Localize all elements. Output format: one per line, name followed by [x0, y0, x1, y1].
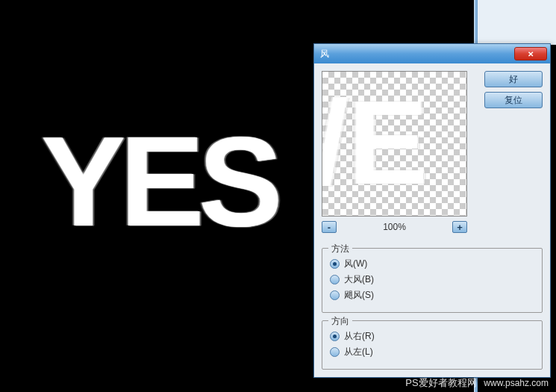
- watermark-text: PS爱好者教程网: [405, 377, 476, 388]
- direction-legend: 方向: [328, 315, 352, 328]
- radio-label: 大风(B): [344, 273, 374, 286]
- close-button[interactable]: ✕: [514, 47, 547, 60]
- close-icon: ✕: [528, 50, 534, 58]
- radio-label: 从左(L): [344, 346, 373, 358]
- ok-button[interactable]: 好: [484, 71, 543, 87]
- reset-button[interactable]: 复位: [484, 92, 543, 108]
- radio-icon: [330, 290, 340, 300]
- radio-label: 飓风(S): [344, 289, 374, 302]
- radio-stagger[interactable]: 飓风(S): [330, 289, 534, 302]
- method-legend: 方法: [328, 243, 352, 255]
- radio-icon: [330, 275, 340, 284]
- method-group: 方法 风(W) 大风(B) 飓风(S): [322, 248, 543, 313]
- direction-group: 方向 从右(R) 从左(L): [322, 320, 543, 370]
- radio-icon: [330, 332, 340, 341]
- watermark: PS爱好者教程网 www.psahz.com: [405, 376, 549, 390]
- zoom-in-button[interactable]: +: [452, 221, 467, 233]
- canvas-text: YES: [41, 108, 277, 255]
- dialog-title: 风: [320, 48, 514, 60]
- radio-label: 从右(R): [344, 330, 375, 343]
- radio-icon: [330, 347, 340, 357]
- radio-wind[interactable]: 风(W): [330, 258, 534, 270]
- panel-bg: [478, 0, 556, 45]
- radio-icon: [330, 259, 340, 269]
- watermark-url: www.psahz.com: [484, 378, 549, 388]
- dialog-body: /E - 100% + 好 复位: [314, 63, 550, 240]
- zoom-controls: - 100% +: [322, 221, 467, 233]
- zoom-level-label: 100%: [383, 222, 406, 232]
- radio-from-left[interactable]: 从左(L): [330, 346, 534, 358]
- radio-blast[interactable]: 大风(B): [330, 273, 534, 286]
- filter-preview[interactable]: /E: [322, 71, 467, 217]
- radio-label: 风(W): [344, 258, 367, 270]
- radio-from-right[interactable]: 从右(R): [330, 330, 534, 343]
- zoom-out-button[interactable]: -: [322, 221, 337, 233]
- dialog-titlebar[interactable]: 风 ✕: [314, 44, 550, 63]
- wind-filter-dialog: 风 ✕ /E - 100% + 好 复位 方法 风(W) 大风(B): [313, 43, 551, 378]
- preview-content: /E: [322, 83, 428, 202]
